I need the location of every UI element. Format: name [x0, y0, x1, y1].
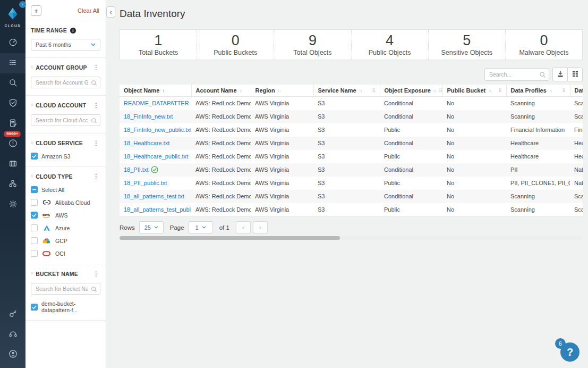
sort-icon[interactable]: ↑↓	[359, 88, 362, 93]
sidebar-item-dashboard[interactable]	[0, 33, 25, 53]
option-label: OCI	[55, 250, 65, 257]
checkbox[interactable]	[31, 199, 38, 206]
time-range-dropdown[interactable]: Past 6 months	[31, 39, 100, 51]
table-cell: AWS Virginia	[251, 190, 313, 203]
sort-icon[interactable]: ↑↓	[549, 88, 552, 93]
column-header-account-name[interactable]: Account Name↑↓	[191, 85, 251, 97]
column-drag-handle-icon[interactable]: ⠿	[499, 88, 502, 93]
checkbox[interactable]	[31, 224, 38, 231]
object-name-link[interactable]: 18_PII.txt	[124, 166, 148, 173]
page-select[interactable]: 1	[189, 221, 213, 233]
column-header-object-name[interactable]: Object Name↑	[120, 85, 191, 97]
checkbox[interactable]	[31, 212, 38, 219]
column-label: Public Bucket	[447, 87, 486, 94]
sidebar-item-alerts[interactable]: 9999+	[0, 134, 25, 154]
sort-ascending-icon[interactable]: ↑	[162, 88, 165, 94]
object-name-link[interactable]: 18_FinInfo_new.txt	[124, 113, 173, 120]
kebab-menu-icon[interactable]: ⋮	[92, 139, 100, 147]
table-cell: Scanning	[506, 190, 570, 203]
column-drag-handle-icon[interactable]: ⠿	[372, 88, 376, 93]
filter-option-demo-bucket-datapattern-f-[interactable]: demo-bucket-datapattern-f...	[31, 300, 100, 313]
kebab-menu-icon[interactable]: ⋮	[92, 102, 100, 109]
object-name-link[interactable]: 18_FinInfo_new_public.txt	[124, 127, 191, 133]
drag-handle-icon[interactable]: ⠿	[31, 174, 33, 179]
brand-logo[interactable]: CLOUD	[4, 7, 21, 28]
column-settings-button[interactable]	[567, 68, 583, 81]
option-label: Select All	[41, 187, 64, 193]
add-filter-button[interactable]: +	[31, 5, 41, 16]
drag-handle-icon[interactable]: ⠿	[31, 141, 33, 145]
prev-page-button[interactable]: ‹	[236, 221, 251, 233]
object-name-link[interactable]: 18_all_patterns_test.txt	[124, 193, 184, 199]
table-cell: AWS Virginia	[251, 123, 313, 137]
checkbox[interactable]	[31, 250, 38, 257]
cloud-account-search-input[interactable]	[31, 114, 100, 126]
chevron-down-icon	[91, 43, 96, 46]
sidebar-item-inventory[interactable]	[0, 53, 25, 73]
azure-icon	[41, 224, 52, 231]
column-header-data-patterns[interactable]: Data Patterns↑↓	[570, 85, 583, 97]
data-table-container: Object Name↑Account Name↑↓Region↑↓Servic…	[120, 84, 583, 216]
object-name-link[interactable]: 18_Healthcare.txt	[124, 140, 169, 146]
sidebar-item-assets[interactable]	[0, 154, 25, 174]
filter-option-aws[interactable]: awsAWS	[31, 212, 100, 219]
sort-icon[interactable]: ↑↓	[433, 88, 437, 93]
filter-option-gcp[interactable]: GCP	[31, 237, 100, 244]
drag-handle-icon[interactable]: ⠿	[31, 65, 33, 70]
sidebar-item-access-keys[interactable]	[0, 304, 25, 324]
sidebar-item-profile[interactable]	[0, 345, 25, 365]
info-icon[interactable]: i	[70, 28, 76, 34]
next-page-button[interactable]: ›	[253, 221, 268, 233]
bucket-name-search-input[interactable]	[31, 283, 100, 295]
drag-handle-icon[interactable]: ⠿	[31, 272, 33, 276]
drag-handle-icon[interactable]: ⠿	[31, 103, 33, 107]
object-name-link[interactable]: 18_PII_public.txt	[124, 180, 167, 186]
stat-public-buckets: 0 Public Buckets	[197, 30, 274, 60]
filter-option-amazon-s3[interactable]: Amazon S3	[31, 153, 100, 160]
filter-option-oci[interactable]: OCI	[31, 250, 100, 257]
sidebar-item-network[interactable]	[0, 174, 25, 195]
sidebar-item-investigate[interactable]	[0, 73, 25, 94]
column-header-region[interactable]: Region↑↓	[251, 85, 313, 97]
sort-icon[interactable]: ↑↓	[278, 88, 281, 93]
checkbox[interactable]	[31, 237, 38, 244]
table-row: 18_Healthcare.txtAWS: RedLock Demo Acc..…	[120, 137, 583, 150]
collapse-filters-button[interactable]: ‹	[106, 6, 115, 18]
sidebar-item-settings[interactable]	[0, 195, 25, 215]
sort-icon[interactable]: ↑↓	[240, 88, 243, 93]
checkbox[interactable]	[31, 304, 38, 311]
column-drag-handle-icon[interactable]: ⠿	[439, 88, 442, 93]
column-drag-handle-icon[interactable]: ⠿	[563, 88, 566, 93]
object-name-link[interactable]: 18_all_patterns_test_publ...	[124, 206, 191, 213]
sidebar-expand-toggle[interactable]: ›	[19, 1, 26, 8]
object-name-cell: 18_FinInfo_new.txt	[120, 110, 191, 123]
column-header-object-exposure[interactable]: Object Exposure↑↓⠿	[380, 85, 442, 97]
rows-per-page-select[interactable]: 25	[139, 221, 164, 233]
table-cell: AWS Virginia	[251, 163, 313, 177]
filter-option-select-all[interactable]: Select All	[31, 186, 100, 193]
table-cell: Public	[380, 123, 442, 137]
help-button[interactable]: 6 ?	[560, 342, 580, 362]
filter-option-alibaba-cloud[interactable]: Alibaba Cloud	[31, 199, 100, 206]
scrollbar-thumb[interactable]	[120, 236, 340, 240]
kebab-menu-icon[interactable]: ⋮	[92, 173, 100, 180]
sidebar-item-policies[interactable]	[0, 94, 25, 114]
clear-all-button[interactable]: Clear All	[78, 7, 99, 14]
column-header-service-name[interactable]: Service Name↑↓⠿	[313, 85, 380, 97]
checkbox[interactable]	[31, 153, 38, 160]
kebab-menu-icon[interactable]: ⋮	[92, 270, 100, 278]
object-name-link[interactable]: 18_Healthcare_public.txt	[124, 153, 188, 160]
kebab-menu-icon[interactable]: ⋮	[92, 64, 100, 71]
table-cell: Public	[380, 150, 442, 163]
table-cell: Scanning	[506, 110, 570, 123]
checkbox[interactable]	[31, 186, 38, 193]
filter-option-azure[interactable]: Azure	[31, 224, 100, 231]
sidebar-item-support[interactable]	[0, 324, 25, 345]
download-button[interactable]	[552, 68, 568, 81]
object-name-link[interactable]: README_DATAPATTER...	[124, 100, 191, 106]
column-header-data-profiles[interactable]: Data Profiles↑↓⠿	[506, 85, 570, 97]
account-group-search-input[interactable]	[31, 77, 100, 88]
column-header-public-bucket[interactable]: Public Bucket↑↓⠿	[442, 85, 506, 97]
sort-icon[interactable]: ↑↓	[488, 88, 491, 93]
user-icon	[8, 349, 18, 361]
